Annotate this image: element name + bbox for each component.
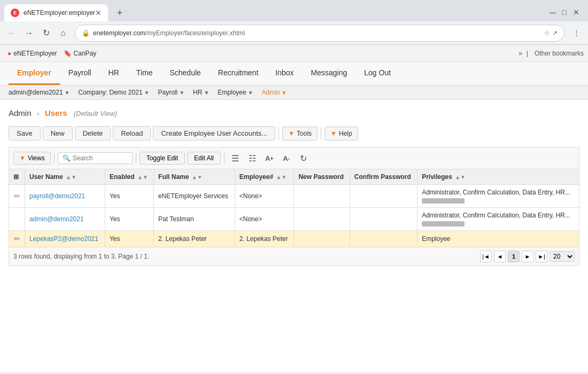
toggle-edit-button[interactable]: Toggle Edit: [140, 152, 185, 165]
page-current-button[interactable]: 1: [508, 251, 520, 262]
row3-edit-icon[interactable]: ✏: [14, 235, 20, 243]
nav-recruitment[interactable]: Recruitment: [210, 62, 267, 85]
refresh-icon[interactable]: ↻: [296, 151, 311, 166]
maximize-button[interactable]: □: [562, 8, 567, 18]
decrease-size-icon[interactable]: A-: [279, 151, 294, 166]
nav-payroll[interactable]: Payroll: [60, 62, 100, 85]
th-employee-num[interactable]: Employee# ▲▼: [235, 169, 294, 185]
close-button[interactable]: ✕: [573, 8, 579, 18]
minimize-button[interactable]: ─: [550, 8, 555, 18]
employee-dropdown[interactable]: Employee ▼: [218, 89, 253, 96]
admin-dropdown-arrow: ▼: [282, 90, 287, 96]
row3-edit-cell: ✏: [9, 231, 25, 247]
th-fullname-label: Full Name: [158, 173, 189, 181]
increase-size-icon[interactable]: A+: [262, 151, 277, 166]
th-enabled-label: Enabled: [110, 173, 135, 181]
nav-logout[interactable]: Log Out: [355, 62, 399, 85]
filter-header-icon[interactable]: ⊞: [13, 173, 19, 181]
row3-privileges: Employee: [417, 231, 579, 247]
row2-privileges-text: Administrator, Confirm Calculation, Data…: [422, 212, 575, 219]
th-username[interactable]: User Name ▲▼: [25, 169, 105, 185]
row2-privileges: Administrator, Confirm Calculation, Data…: [417, 208, 579, 231]
row3-new-password: [294, 231, 350, 247]
action-toolbar: Save New Delete Reload Create Employee U…: [9, 126, 579, 141]
th-privileges[interactable]: Privileges ▲▼: [417, 169, 579, 185]
save-button[interactable]: Save: [9, 126, 41, 141]
breadcrumb-admin: Admin: [9, 108, 32, 118]
nav-inbox[interactable]: Inbox: [267, 62, 302, 85]
row1-employee-num: <None>: [235, 185, 294, 208]
bookmarks-chevron[interactable]: »: [519, 50, 522, 57]
page-next-button[interactable]: ►: [522, 251, 533, 262]
th-fullname[interactable]: Full Name ▲▼: [154, 169, 235, 185]
th-confirm-password-label: Confirm Password: [354, 173, 411, 181]
edit-all-button[interactable]: Edit All: [187, 152, 221, 165]
browser-window: E eNETEmployer:employer ✕ + ─ □ ✕ ← → ↻ …: [0, 0, 588, 372]
row2-fullname: Pat Testman: [154, 208, 235, 231]
nav-hr[interactable]: HR: [100, 62, 128, 85]
th-new-password-label: New Password: [298, 173, 344, 181]
row1-username-link[interactable]: payroll@demo2021: [29, 192, 85, 200]
browser-tab[interactable]: E eNETEmployer:employer ✕: [4, 4, 108, 21]
page-first-button[interactable]: |◄: [480, 251, 492, 262]
row1-edit-cell: ✏: [9, 185, 25, 208]
tab-close-button[interactable]: ✕: [95, 9, 102, 17]
help-button[interactable]: ▼ Help: [324, 127, 358, 141]
hr-dropdown-arrow: ▼: [204, 90, 209, 96]
views-button[interactable]: ▼ Views: [13, 152, 51, 165]
search-box[interactable]: 🔍: [58, 152, 133, 164]
other-bookmarks-label[interactable]: Other bookmarks: [535, 50, 584, 57]
nav-schedule[interactable]: Schedule: [161, 62, 209, 85]
page-prev-button[interactable]: ◄: [494, 251, 506, 262]
nav-time[interactable]: Time: [128, 62, 161, 85]
th-enabled[interactable]: Enabled ▲▼: [105, 169, 153, 185]
bookmark-enetemployer[interactable]: ● eNETEmployer: [4, 49, 60, 58]
th-privileges-label: Privileges: [422, 173, 452, 181]
table-toolbar-sep-2: [136, 153, 136, 163]
user-dropdown[interactable]: admin@demo2021 ▼: [9, 89, 69, 96]
table-row-highlighted[interactable]: ✏ LepekasP2@demo2021 Yes 2. Lepekas Pete…: [9, 231, 579, 247]
create-employee-button[interactable]: Create Employee User Accounts...: [153, 126, 275, 141]
admin-dropdown[interactable]: Admin ▼: [262, 89, 287, 96]
per-page-select[interactable]: 20 50 100: [550, 251, 575, 262]
tools-button[interactable]: ▼ Tools: [282, 127, 318, 141]
filter-icon-button[interactable]: ☰: [228, 151, 243, 166]
help-arrow-icon: ▼: [330, 130, 337, 137]
browser-menu-button[interactable]: ⋮: [569, 26, 584, 41]
page-title: Admin › Users (Default View): [9, 108, 579, 118]
payroll-dropdown[interactable]: Payroll ▼: [158, 89, 184, 96]
filter-remove-icon[interactable]: ☷: [245, 151, 260, 166]
bookmark-favicon-enet: ●: [7, 50, 11, 57]
bookmark-enet-label: eNETEmployer: [13, 50, 57, 57]
share-icon[interactable]: ↗: [552, 29, 558, 37]
search-input[interactable]: [73, 154, 126, 162]
delete-button[interactable]: Delete: [75, 126, 111, 141]
forward-button[interactable]: →: [21, 26, 36, 41]
breadcrumb-current: Users: [45, 108, 67, 118]
address-bar[interactable]: 🔒 enetemployer.com/myEmployer/faces/empl…: [75, 25, 564, 42]
new-tab-button[interactable]: +: [112, 5, 127, 20]
page-last-button[interactable]: ►|: [536, 251, 547, 262]
bookmarks-separator: |: [527, 50, 528, 57]
nav-messaging[interactable]: Messaging: [303, 62, 356, 85]
views-arrow: ▼: [19, 154, 26, 162]
tools-arrow-icon: ▼: [288, 130, 295, 137]
row1-edit-icon[interactable]: ✏: [14, 192, 20, 200]
reload-button-action[interactable]: Reload: [113, 126, 151, 141]
company-dropdown[interactable]: Company: Demo 2021 ▼: [78, 89, 149, 96]
bookmark-star-icon[interactable]: ☆: [544, 29, 550, 37]
new-button[interactable]: New: [43, 126, 73, 141]
row1-username: payroll@demo2021: [25, 185, 105, 208]
row3-username-link[interactable]: LepekasP2@demo2021: [29, 235, 98, 243]
bookmark-canpay[interactable]: 🔖 CanPay: [60, 49, 100, 58]
home-button[interactable]: ⌂: [56, 26, 71, 41]
hr-dropdown[interactable]: HR ▼: [193, 89, 209, 96]
row3-enabled: Yes: [105, 231, 153, 247]
row2-username-link[interactable]: admin@demo2021: [29, 215, 84, 223]
nav-employer[interactable]: Employer: [9, 62, 60, 85]
help-label: Help: [339, 130, 352, 137]
reload-button[interactable]: ↻: [38, 26, 53, 41]
back-button[interactable]: ←: [4, 26, 19, 41]
hr-label: HR: [193, 89, 202, 96]
bookmark-favicon-canpay: 🔖: [64, 50, 72, 57]
